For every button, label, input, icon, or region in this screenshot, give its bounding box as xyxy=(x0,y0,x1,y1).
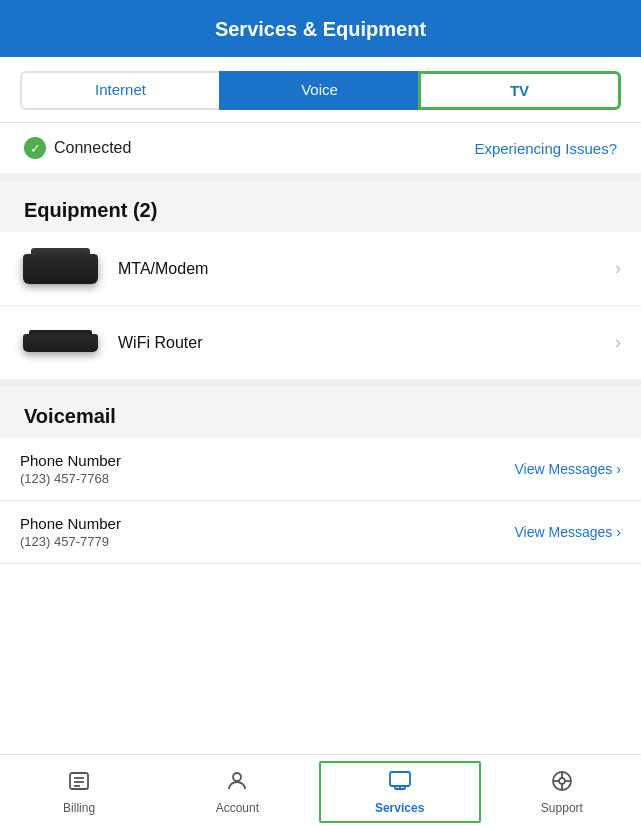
nav-item-account[interactable]: Account xyxy=(158,755,316,829)
view-messages-chevron-1: › xyxy=(616,461,621,477)
tab-voice[interactable]: Voice xyxy=(219,71,418,110)
services-icon xyxy=(388,769,412,797)
support-label: Support xyxy=(541,801,583,815)
view-messages-chevron-2: › xyxy=(616,524,621,540)
bottom-navigation: Billing Account Services xyxy=(0,754,641,829)
phone-number-1: (123) 457-7768 xyxy=(20,471,121,486)
voicemail-item-2: Phone Number (123) 457-7779 View Message… xyxy=(0,501,641,564)
phone-label-2: Phone Number xyxy=(20,515,121,532)
tab-internet[interactable]: Internet xyxy=(20,71,219,110)
modem-icon xyxy=(20,246,100,291)
phone-number-2: (123) 457-7779 xyxy=(20,534,121,549)
view-messages-button-2[interactable]: View Messages › xyxy=(515,524,621,540)
svg-rect-5 xyxy=(390,772,410,786)
voicemail-section-header: Voicemail xyxy=(0,387,641,438)
equipment-title: Equipment (2) xyxy=(24,199,157,221)
modem-chevron-icon: › xyxy=(615,258,621,279)
voicemail-section: Voicemail Phone Number (123) 457-7768 Vi… xyxy=(0,387,641,564)
equipment-item-modem[interactable]: MTA/Modem › xyxy=(0,232,641,306)
phone-info-1: Phone Number (123) 457-7768 xyxy=(20,452,121,486)
connected-label: Connected xyxy=(54,139,131,157)
nav-item-billing[interactable]: Billing xyxy=(0,755,158,829)
tab-tv[interactable]: TV xyxy=(418,71,621,110)
service-tabs: Internet Voice TV xyxy=(0,57,641,123)
voicemail-item-1: Phone Number (123) 457-7768 View Message… xyxy=(0,438,641,501)
account-icon xyxy=(225,769,249,797)
modem-label: MTA/Modem xyxy=(118,260,615,278)
connected-badge: ✓ Connected xyxy=(24,137,131,159)
account-label: Account xyxy=(216,801,259,815)
connection-status-bar: ✓ Connected Experiencing Issues? xyxy=(0,123,641,181)
page-header: Services & Equipment xyxy=(0,0,641,57)
content-area: ✓ Connected Experiencing Issues? Equipme… xyxy=(0,123,641,829)
svg-point-9 xyxy=(559,778,565,784)
page-title: Services & Equipment xyxy=(215,18,426,40)
phone-info-2: Phone Number (123) 457-7779 xyxy=(20,515,121,549)
connected-icon: ✓ xyxy=(24,137,46,159)
equipment-section-header: Equipment (2) xyxy=(0,181,641,232)
voicemail-title: Voicemail xyxy=(24,405,116,427)
equipment-item-router[interactable]: WiFi Router › xyxy=(0,306,641,379)
experiencing-issues-link[interactable]: Experiencing Issues? xyxy=(474,140,617,157)
billing-icon xyxy=(67,769,91,797)
phone-container: Services & Equipment Internet Voice TV ✓… xyxy=(0,0,641,829)
services-label: Services xyxy=(375,801,424,815)
support-icon xyxy=(550,769,574,797)
nav-item-support[interactable]: Support xyxy=(483,755,641,829)
billing-label: Billing xyxy=(63,801,95,815)
svg-point-4 xyxy=(233,773,241,781)
equipment-section: Equipment (2) MTA/Modem › WiFi Router › xyxy=(0,181,641,387)
router-label: WiFi Router xyxy=(118,334,615,352)
router-chevron-icon: › xyxy=(615,332,621,353)
view-messages-button-1[interactable]: View Messages › xyxy=(515,461,621,477)
phone-label-1: Phone Number xyxy=(20,452,121,469)
nav-item-services[interactable]: Services xyxy=(319,761,481,823)
router-icon xyxy=(20,320,100,365)
